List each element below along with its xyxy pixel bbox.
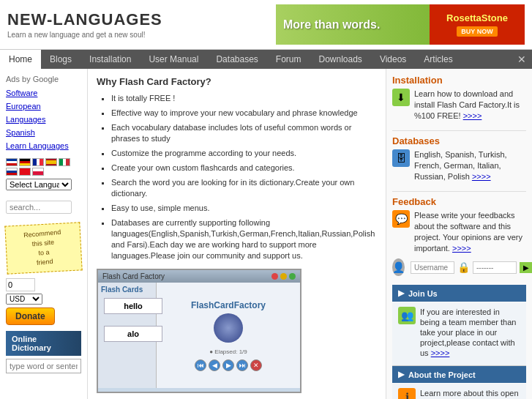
dictionary-input[interactable]: [6, 359, 81, 373]
screenshot-body: Flash Cards hello alo FlashCardFactory ●…: [98, 283, 300, 388]
nav-forum[interactable]: Forum: [267, 50, 310, 69]
sc-rewind-btn[interactable]: ◀: [209, 359, 220, 371]
left-sidebar: Ads by Google Software European Language…: [0, 69, 88, 399]
list-item: Effective way to improve your new vocabu…: [111, 108, 377, 119]
installation-icon: ⬇: [392, 89, 410, 106]
feedback-icon: 💬: [392, 210, 410, 228]
flag-es[interactable]: [45, 158, 57, 166]
header-banner[interactable]: More than words. RosettaStone BUY NOW: [276, 4, 525, 45]
nav-user-manual[interactable]: User Manual: [140, 50, 207, 69]
divider-1: [392, 130, 526, 131]
about-row: ℹ Learn more about this open language pr…: [398, 388, 520, 399]
databases-link[interactable]: >>>>: [472, 172, 491, 181]
nav-videos[interactable]: Videos: [371, 50, 415, 69]
sidebar-link-software[interactable]: Software: [6, 86, 81, 100]
nav-blogs[interactable]: Blogs: [41, 50, 80, 69]
list-item: Databases are currently supporting follo…: [111, 217, 377, 261]
join-us-body: 👥 If you are interested in being a team …: [392, 302, 526, 366]
banner-rosetta[interactable]: RosettaStone BUY NOW: [430, 4, 525, 45]
site-subtitle: Learn a new language and get a new soul!: [7, 31, 162, 39]
join-us-row: 👥 If you are interested in being a team …: [398, 307, 520, 358]
search-input[interactable]: [6, 201, 72, 214]
list-item: It is totally FREE !: [111, 93, 377, 104]
nav-articles[interactable]: Articles: [415, 50, 461, 69]
banner-buy-button[interactable]: BUY NOW: [457, 26, 497, 37]
lock-icon: 🔒: [457, 261, 470, 273]
screenshot-right-panel: FlashCardFactory ● Elapsed: 1/9 ⏮ ◀ ▶ ⏭ …: [157, 283, 300, 388]
list-item: Each vocabulary database includes lots o…: [111, 122, 377, 144]
sc-play-btn[interactable]: ▶: [222, 359, 234, 371]
flag-de[interactable]: [19, 158, 31, 166]
about-body: ℹ Learn more about this open language pr…: [392, 384, 526, 399]
sc-prev-btn[interactable]: ⏮: [195, 359, 206, 371]
sidebar-link-european[interactable]: European Languages: [6, 100, 81, 126]
installation-link[interactable]: >>>>: [463, 111, 482, 120]
flag-pl[interactable]: [32, 168, 44, 176]
password-input[interactable]: [473, 261, 517, 274]
about-icon: ℹ: [398, 388, 416, 399]
avatar-icon: 👤: [392, 258, 405, 276]
nav-home[interactable]: Home: [0, 50, 41, 69]
online-dictionary-label: Online Dictionary: [12, 335, 51, 352]
screenshot-left-panel: Flash Cards hello alo: [98, 283, 157, 388]
online-dictionary-bar: Online Dictionary: [6, 331, 81, 356]
flag-ru[interactable]: [6, 168, 18, 176]
brand-block: NEW-LANGUAGES Learn a new language and g…: [7, 10, 162, 39]
installation-row: ⬇ Learn how to download and install Flas…: [392, 89, 526, 122]
nav-installation[interactable]: Installation: [80, 50, 140, 69]
sidebar-link-learn[interactable]: Learn Languages: [6, 139, 81, 152]
about-title: About the Project: [408, 370, 476, 379]
list-item: Customize the programme according to you…: [111, 148, 377, 159]
donate-amount-input[interactable]: [6, 278, 35, 291]
feedback-title: Feedback: [392, 196, 526, 207]
username-input[interactable]: [411, 261, 454, 274]
flag-tr[interactable]: [19, 168, 31, 176]
flag-row: [6, 158, 81, 176]
login-row: 👤 🔒 ▶ ?: [392, 258, 526, 276]
nav-databases[interactable]: Databases: [207, 50, 266, 69]
site-title: NEW-LANGUAGES: [7, 10, 162, 29]
screenshot-app-logo: FlashCardFactory: [191, 300, 266, 346]
installation-section: Installation ⬇ Learn how to download and…: [392, 75, 526, 122]
join-us-text: If you are interested in being a team me…: [420, 307, 520, 358]
minimize-dot: [280, 273, 287, 280]
donate-section: USD EUR Donate: [6, 278, 81, 325]
language-select[interactable]: Select Language: [6, 179, 72, 190]
nav-downloads[interactable]: Downloads: [310, 50, 371, 69]
screenshot-flash-label: Flash Cards: [101, 286, 153, 294]
banner-text: More than words.: [276, 11, 387, 39]
join-us-title: Join Us: [408, 289, 438, 298]
recommend-badge: Recommendthis siteto afriend: [4, 222, 82, 274]
main-layout: Ads by Google Software European Language…: [0, 69, 532, 399]
join-us-link[interactable]: >>>>: [431, 348, 450, 357]
ads-title: Ads by Google: [6, 75, 81, 83]
divider-2: [392, 191, 526, 192]
sc-stop-btn[interactable]: ✕: [250, 359, 262, 371]
login-go-button[interactable]: ▶: [520, 262, 532, 273]
nav-bar: Home Blogs Installation User Manual Data…: [0, 50, 532, 69]
flag-it[interactable]: [59, 158, 70, 166]
maximize-dot: [289, 273, 296, 280]
join-us-icon: 👥: [398, 307, 416, 324]
about-bar[interactable]: ▶ About the Project: [392, 366, 526, 383]
screenshot-progress: ● Elapsed: 1/9: [209, 348, 247, 355]
flag-fr[interactable]: [32, 158, 44, 166]
screenshot-titlebar: Flash Card Factory: [98, 270, 300, 283]
installation-title: Installation: [392, 75, 526, 86]
donate-button[interactable]: Donate: [6, 307, 55, 325]
flag-gb[interactable]: [6, 158, 18, 166]
feedback-section: Feedback 💬 Please write your feedbacks a…: [392, 196, 526, 276]
language-selector-wrapper: Select Language: [6, 179, 81, 190]
sc-next-btn[interactable]: ⏭: [236, 359, 248, 371]
content-title: Why Flash Card Factory?: [97, 76, 377, 87]
list-item: Easy to use, simple menus.: [111, 203, 377, 214]
currency-select[interactable]: USD EUR: [6, 294, 42, 305]
databases-title: Databases: [392, 135, 526, 146]
nav-close-button[interactable]: ✕: [512, 51, 532, 68]
databases-row: 🗄 English, Spanish, Turkish, French, Ger…: [392, 149, 526, 182]
sidebar-link-spanish[interactable]: Spanish: [6, 126, 81, 139]
join-us-bar[interactable]: ▶ Join Us: [392, 285, 526, 302]
feedback-link[interactable]: >>>>: [452, 244, 471, 253]
screenshot-title: Flash Card Factory: [102, 272, 165, 280]
screenshot-controls: ⏮ ◀ ▶ ⏭ ✕: [195, 359, 262, 371]
